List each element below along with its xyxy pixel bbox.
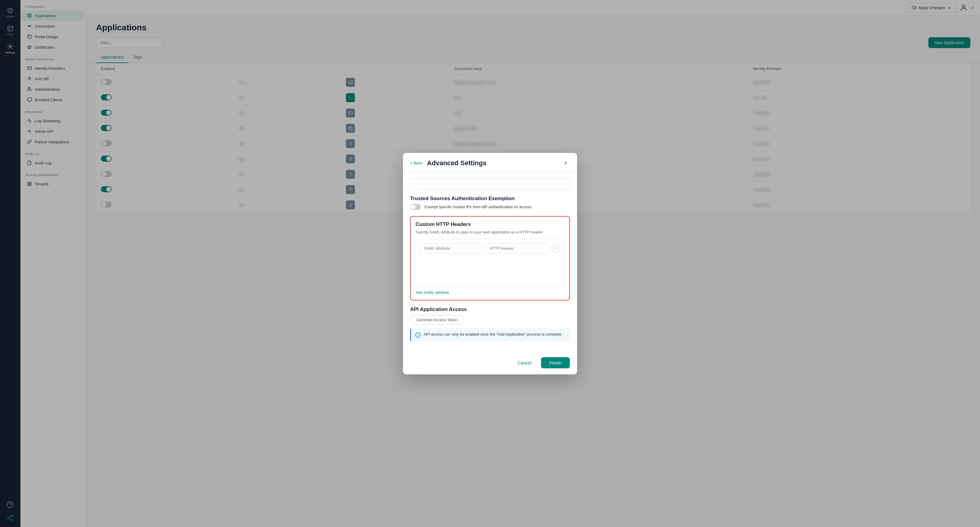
top-input-area[interactable]: ...: [410, 179, 570, 190]
modal-header: < Back Advanced Settings ×: [403, 153, 577, 172]
generate-access-token-button[interactable]: Generate Access Token: [410, 315, 464, 325]
close-button[interactable]: ×: [562, 159, 570, 168]
api-info-text: API access can only be enabled once the …: [424, 332, 562, 337]
trusted-sources-toggle[interactable]: [410, 204, 421, 210]
info-icon: i: [415, 332, 421, 338]
remove-header-button[interactable]: −: [552, 244, 560, 252]
trusted-sources-toggle-row: Exempt specific trusted IPs from IdP aut…: [410, 204, 570, 210]
back-label: < Back: [410, 161, 422, 165]
trusted-sources-title: Trusted Sources Authentication Exemption: [410, 196, 570, 201]
add-saml-attribute-button[interactable]: Add SAML attribute: [415, 290, 449, 295]
custom-http-headers-section: Custom HTTP Headers Specify SAML attribu…: [410, 216, 570, 300]
saml-attribute-input[interactable]: [420, 243, 483, 254]
modal-title: Advanced Settings: [427, 159, 562, 167]
back-button[interactable]: < Back: [410, 161, 422, 165]
http-header-input[interactable]: [486, 243, 549, 254]
modal-footer: Cancel Finish: [403, 352, 577, 374]
modal-overlay: < Back Advanced Settings × ... Trusted S…: [0, 0, 980, 527]
api-application-access-section: API Application Access Generate Access T…: [410, 307, 570, 341]
modal-body: ... Trusted Sources Authentication Exemp…: [403, 172, 577, 352]
custom-headers-title: Custom HTTP Headers: [415, 222, 565, 227]
cancel-button[interactable]: Cancel: [511, 357, 538, 368]
api-info-box: i API access can only be enabled once th…: [410, 328, 570, 341]
header-row: −: [420, 243, 560, 254]
trusted-sources-toggle-label: Exempt specific trusted IPs from IdP aut…: [425, 204, 531, 209]
api-access-title: API Application Access: [410, 307, 570, 313]
custom-headers-desc: Specify SAML attribute to pass to your w…: [415, 230, 565, 234]
advanced-settings-modal: < Back Advanced Settings × ... Trusted S…: [403, 153, 577, 374]
top-input-placeholder: ...: [415, 182, 418, 186]
headers-input-area: −: [415, 239, 565, 287]
finish-button[interactable]: Finish: [541, 357, 570, 368]
trusted-sources-section: Trusted Sources Authentication Exemption…: [410, 196, 570, 210]
